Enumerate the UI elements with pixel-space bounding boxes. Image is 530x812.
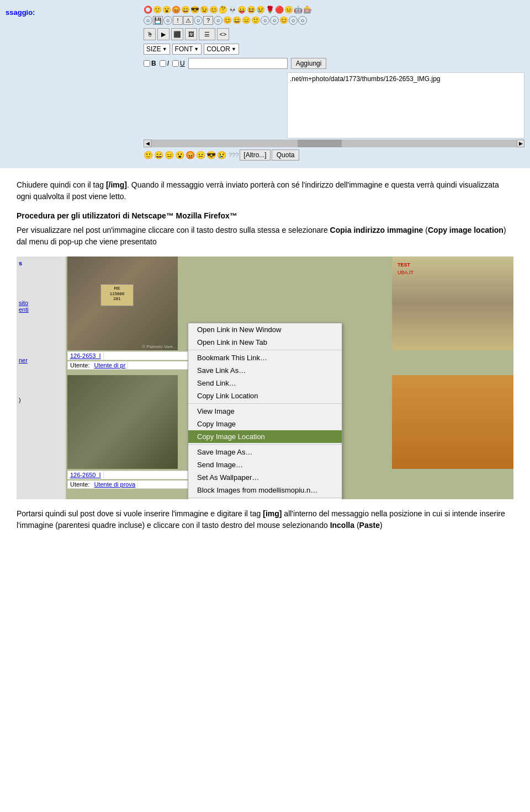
menu-item-bookmark[interactable]: Bookmark This Link… <box>188 351 342 364</box>
italic-checkbox-label[interactable]: I <box>160 60 169 67</box>
menu-item-set-wallpaper[interactable]: Set As Wallpaper… <box>188 471 342 484</box>
section-heading: Procedura per gli utilizzatori di Netsca… <box>17 211 513 220</box>
url-text: .net/m+photo/data/1773/thumbs/126-2653_I… <box>290 75 441 83</box>
scroll-left-button[interactable]: ◀ <box>144 140 151 147</box>
emoji-face-12: 😢 <box>256 6 265 14</box>
emoji-circle-1: ⭕ <box>144 6 152 14</box>
menu-item-send-image[interactable]: Send Image… <box>188 458 342 471</box>
paragraph-1: Chiudere quindi con il tag [/img]. Quand… <box>17 179 513 202</box>
user-value-top-left[interactable]: Utente di pr <box>92 361 128 369</box>
underline-label: U <box>180 60 185 67</box>
scroll-thumb[interactable] <box>298 140 342 147</box>
sidebar-ner: ner <box>19 357 63 364</box>
bottom-emoji-5: 😡 <box>186 151 195 159</box>
menu-item-view-image[interactable]: View Image <box>188 405 342 418</box>
sidebar-bracket: ) <box>19 397 63 403</box>
screenshot-container: s sito enti ner ) RE 115886 281 © Palmet… <box>17 257 513 499</box>
menu-separator-3 <box>188 444 342 445</box>
paragraph3-bold2: Incolla <box>330 521 354 530</box>
format-btn-6[interactable]: <> <box>217 28 229 40</box>
toolbar-emoji-3: 😑 <box>242 16 251 25</box>
color-dropdown[interactable]: COLOR ▼ <box>204 44 239 55</box>
paragraph3-bold1: [img] <box>263 509 282 518</box>
paragraph3-text: Portarsi quindi sul post dove si vuole i… <box>17 509 263 518</box>
user-value-bottom-left[interactable]: Utente di prova <box>92 480 137 488</box>
thumb-bottom-left <box>67 375 178 469</box>
military-tag: RE 115886 281 <box>100 284 134 306</box>
toolbar-circle-1: ○ <box>144 16 152 25</box>
paragraph1-text-normal: Chiudere quindi con il tag <box>17 180 106 189</box>
underline-checkbox-label[interactable]: U <box>172 60 185 67</box>
paragraph3-bold3: Paste <box>359 521 380 530</box>
menu-item-open-new-tab[interactable]: Open Link in New Tab <box>188 336 342 349</box>
toolbar-icon-save[interactable]: 💾 <box>153 16 163 25</box>
emoji-face-7: 😊 <box>209 6 218 14</box>
toolbar-icon-4[interactable]: ? <box>203 16 213 25</box>
menu-item-save-image-as[interactable]: Save Image As… <box>188 446 342 458</box>
scroll-track[interactable] <box>151 140 517 147</box>
paragraph3-text3: ( <box>354 521 359 530</box>
sidebar-sito: sito <box>19 300 63 306</box>
bold-checkbox[interactable] <box>144 60 150 67</box>
italic-checkbox[interactable] <box>160 60 166 67</box>
toolbar-circle-8: ○ <box>298 16 307 25</box>
format-btn-1[interactable]: 🖱 <box>144 28 156 40</box>
underline-checkbox[interactable] <box>172 60 179 67</box>
bold-checkbox-label[interactable]: B <box>144 60 156 67</box>
format-btn-4[interactable]: 🖼 <box>185 28 197 40</box>
paragraph2-text: Per visualizzare nel post un'immagine cl… <box>17 226 330 234</box>
menu-item-copy-image[interactable]: Copy Image <box>188 418 342 430</box>
format-btn-5[interactable]: ☰ <box>199 28 215 40</box>
quota-button[interactable]: Quota <box>272 149 300 161</box>
font-dropdown[interactable]: FONT ▼ <box>172 44 202 55</box>
editor-label: ssaggio: <box>6 8 35 17</box>
link-top-left[interactable]: 126-2653_I <box>68 352 103 360</box>
content-area[interactable]: .net/m+photo/data/1773/thumbs/126-2653_I… <box>287 72 524 138</box>
format-btn-2[interactable]: ▶ <box>157 28 169 40</box>
emoji-face-13: 🌹 <box>266 6 274 14</box>
font-label: FONT <box>175 45 193 53</box>
altro-button[interactable]: [Altro...] <box>240 149 270 161</box>
toolbar-circle-5: ○ <box>261 16 269 25</box>
screenshot-browser: s sito enti ner ) RE 115886 281 © Palmet… <box>17 257 513 499</box>
emoji-face-10: 😛 <box>237 6 246 14</box>
watermark-top: © Palmeto Vare... <box>142 344 177 349</box>
color-label: COLOR <box>206 45 230 53</box>
section-heading-text: Procedura per gli utilizzatori di Netsca… <box>17 211 237 220</box>
toolbar-icon-3[interactable]: ⚠ <box>183 16 193 25</box>
menu-item-block-images[interactable]: Block Images from modellismopiu.n… <box>188 484 342 496</box>
menu-item-copy-link-location[interactable]: Copy Link Location <box>188 389 342 402</box>
sidebar-enti: enti <box>19 306 63 313</box>
paragraph2-text2: ( <box>423 226 428 234</box>
emoji-face-15: 😐 <box>284 6 293 14</box>
context-menu: Open Link in New Window Open Link in New… <box>188 323 342 499</box>
emoji-face-17: 🎰 <box>303 6 312 14</box>
menu-separator-1 <box>188 350 342 350</box>
font-arrow-icon: ▼ <box>194 46 199 52</box>
editor-section: ssaggio: ⭕ 🙂 😮 😡 😄 😎 😉 😊 🤔 💀 � <box>0 0 530 168</box>
thumb-top-right: TEST UBA.IT <box>392 257 513 350</box>
bold-label: B <box>151 60 156 67</box>
emoji-face-5: 😎 <box>190 6 199 14</box>
menu-item-copy-image-location[interactable]: Copy Image Location <box>188 430 342 443</box>
menu-item-open-new-window[interactable]: Open Link in New Window <box>188 323 342 336</box>
menu-item-save-link[interactable]: Save Link As… <box>188 364 342 377</box>
toolbar-icon-2[interactable]: ! <box>173 16 183 25</box>
emoji-face-2: 😮 <box>162 6 171 14</box>
menu-item-send-link[interactable]: Send Link… <box>188 377 342 389</box>
emoji-face-1: 🙂 <box>153 6 162 14</box>
scroll-right-button[interactable]: ▶ <box>517 140 524 147</box>
text-input-field[interactable] <box>188 58 288 69</box>
emoji-face-8: 🤔 <box>219 6 227 14</box>
size-arrow-icon: ▼ <box>162 46 167 52</box>
emoji-face-14: 🔴 <box>275 6 284 14</box>
user-label-top: Utente: <box>68 361 92 369</box>
format-btn-3[interactable]: ⬛ <box>171 28 183 40</box>
aggiungi-button[interactable]: Aggiungi <box>291 58 327 69</box>
size-dropdown[interactable]: SIZE ▼ <box>144 44 170 55</box>
paragraph3-text4: ) <box>380 521 383 530</box>
bottom-emoji-7: 😎 <box>206 151 216 159</box>
color-arrow-icon: ▼ <box>231 46 236 52</box>
link-bottom-left[interactable]: 126-2650_I <box>68 471 103 479</box>
bottom-emoji-2: 😄 <box>154 151 163 159</box>
